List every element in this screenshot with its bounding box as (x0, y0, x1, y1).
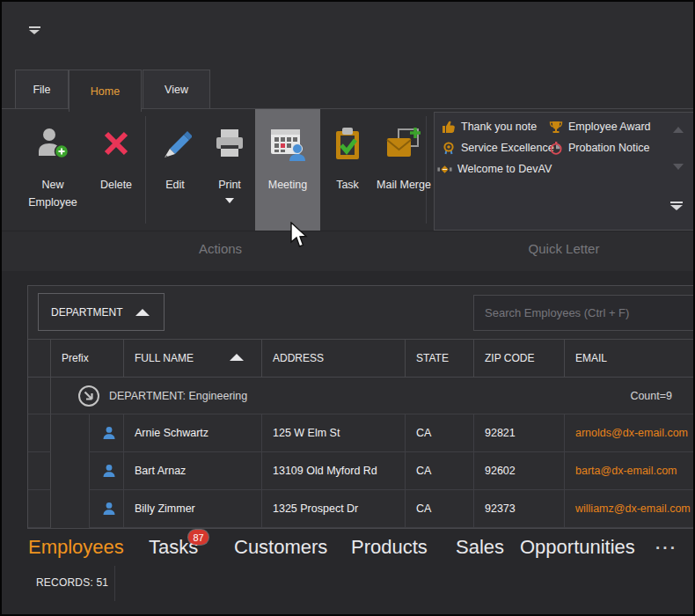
gallery-scroll-up-icon[interactable] (673, 127, 684, 133)
task-label: Task (336, 176, 359, 194)
mail-merge-label: Mail Merge (377, 176, 431, 194)
column-header-address[interactable]: ADDRESS (262, 340, 406, 377)
email-link[interactable]: barta@dx-email.com (565, 452, 693, 490)
column-header-email[interactable]: EMAIL (565, 340, 693, 377)
ribbon-options-icon[interactable] (29, 26, 40, 34)
column-header-prefix[interactable]: Prefix (51, 340, 124, 377)
column-header-state[interactable]: STATE (406, 340, 474, 377)
employee-row[interactable]: Billy Zimmer 1325 Prospect Dr CA 92373 w… (28, 490, 693, 528)
employee-row[interactable]: Arnie Schwartz 125 W Elm St CA 92821 arn… (28, 414, 693, 452)
tab-home[interactable]: Home (69, 70, 142, 112)
group-row-label: DEPARTMENT: Engineering (109, 390, 247, 402)
edit-pencil-icon (158, 123, 192, 164)
handshake-icon (437, 162, 452, 176)
person-icon (102, 502, 116, 516)
window-body: File Home View New Employee (2, 2, 693, 614)
prefix-cell (90, 452, 124, 490)
mail-merge-icon (385, 123, 422, 164)
quick-letter-thank-you-note[interactable]: Thank you note (441, 118, 537, 136)
meeting-icon (269, 123, 306, 164)
quick-letter-label: Welcome to DevAV (457, 163, 552, 175)
prefix-cell (90, 490, 124, 528)
group-by-label: DEPARTMENT (51, 306, 123, 319)
meeting-button[interactable]: Meeting (255, 109, 320, 231)
tasks-badge[interactable]: 87 (188, 530, 208, 545)
column-header-label: FULL NAME (135, 352, 194, 364)
task-button[interactable]: Task (320, 109, 375, 231)
address-cell: 125 W Elm St (262, 414, 406, 452)
nav-item-opportunities[interactable]: Opportunities (520, 536, 635, 559)
nav-item-employees[interactable]: Employees (28, 536, 124, 559)
edit-button[interactable]: Edit (148, 109, 202, 231)
state-cell: CA (406, 452, 474, 490)
medal-icon (441, 141, 456, 155)
row-indicator-cell (28, 452, 51, 490)
column-header-label: EMAIL (575, 352, 607, 364)
zip-cell: 92602 (474, 452, 565, 490)
prefix-cell (90, 414, 124, 452)
delete-label: Delete (100, 176, 132, 194)
tab-home-label: Home (91, 85, 120, 98)
meeting-label: Meeting (268, 176, 307, 194)
email-link[interactable]: arnolds@dx-email.com (565, 414, 693, 452)
row-indicator-cell (28, 378, 51, 414)
collapse-group-icon[interactable] (77, 385, 100, 407)
sort-asc-icon (230, 354, 244, 361)
mail-merge-button[interactable]: Mail Merge (375, 109, 433, 231)
add-employee-icon (35, 123, 70, 164)
tab-file-label: File (33, 84, 50, 96)
gallery-scroll-down-icon[interactable] (673, 164, 684, 170)
gallery-dropdown-icon[interactable] (670, 202, 683, 210)
quick-letter-service-excellence[interactable]: Service Excellence (441, 139, 554, 157)
quick-letter-probation-notice[interactable]: Probation Notice (548, 139, 649, 157)
quick-letter-label: Employee Award (568, 121, 651, 133)
ribbon-group-caption-quick-letter: Quick Letter (434, 241, 693, 256)
person-icon (102, 426, 116, 440)
new-employee-label: New Employee (21, 176, 84, 211)
address-cell: 1325 Prospect Dr (262, 490, 406, 528)
records-count: RECORDS: 51 (36, 576, 108, 589)
group-by-department-button[interactable]: DEPARTMENT (38, 293, 165, 331)
nav-item-products[interactable]: Products (351, 536, 428, 559)
column-header-full-name[interactable]: FULL NAME (124, 340, 262, 377)
state-cell: CA (406, 414, 474, 452)
trophy-icon (548, 120, 563, 134)
nav-item-sales[interactable]: Sales (456, 536, 504, 559)
grid-header-row: Prefix FULL NAME ADDRESS STATE ZIP CODE … (28, 339, 693, 378)
ribbon-group-caption-actions: Actions (15, 241, 426, 256)
column-header-label: STATE (416, 352, 449, 364)
tab-view[interactable]: View (143, 70, 210, 109)
tab-file[interactable]: File (15, 70, 69, 109)
quick-letter-employee-award[interactable]: Employee Award (548, 118, 651, 136)
group-indent-cell (51, 414, 90, 452)
quick-letter-label: Thank you note (461, 121, 537, 133)
edit-label: Edit (165, 176, 185, 194)
group-indent-cell (51, 452, 90, 490)
task-icon (332, 123, 363, 164)
group-row-engineering[interactable]: DEPARTMENT: Engineering Count=9 (28, 378, 693, 414)
tab-view-label: View (165, 84, 188, 96)
search-input[interactable] (473, 295, 693, 331)
row-indicator-cell (28, 414, 51, 452)
quick-letter-label: Service Excellence (461, 142, 554, 154)
print-dropdown-icon[interactable] (225, 198, 234, 203)
employees-grid: DEPARTMENT Prefix FULL NAME ADDRESS STAT… (27, 285, 693, 529)
person-icon (102, 464, 116, 478)
row-indicator-header (28, 340, 51, 377)
nav-overflow-icon[interactable]: ··· (655, 539, 677, 558)
column-header-label: Prefix (62, 352, 89, 364)
group-row-count: Count=9 (630, 390, 672, 402)
quick-letter-label: Probation Notice (568, 142, 649, 154)
email-link[interactable]: williamz@dx-email.com (565, 490, 693, 528)
thumbs-up-icon (441, 120, 456, 134)
employee-row[interactable]: Bart Arnaz 13109 Old Myford Rd CA 92602 … (28, 452, 693, 490)
new-employee-button[interactable]: New Employee (21, 109, 84, 231)
print-button[interactable]: Print (202, 109, 257, 231)
nav-item-customers[interactable]: Customers (234, 536, 327, 559)
group-indent-cell (51, 490, 90, 528)
delete-button[interactable]: Delete (84, 109, 148, 231)
column-header-zip-code[interactable]: ZIP CODE (474, 340, 565, 377)
quick-letter-welcome-to-devav[interactable]: Welcome to DevAV (437, 160, 552, 178)
quick-letter-gallery: Thank you note Employee Award Service Ex… (434, 112, 693, 231)
address-cell: 13109 Old Myford Rd (262, 452, 406, 490)
